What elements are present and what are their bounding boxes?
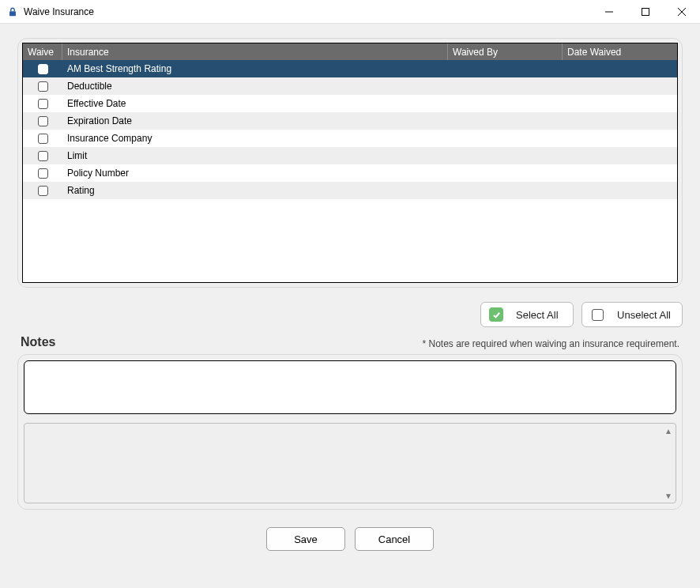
table-row[interactable]: Deductible <box>23 77 677 95</box>
notes-header: Notes * Notes are required when waiving … <box>17 335 683 349</box>
row-checkbox-cell[interactable] <box>23 182 62 199</box>
row-insurance-cell: Policy Number <box>62 164 448 182</box>
close-button[interactable] <box>664 0 700 24</box>
svg-rect-0 <box>9 11 16 16</box>
row-checkbox-cell[interactable] <box>23 112 62 130</box>
window-title: Waive Insurance <box>24 6 591 17</box>
insurance-table-group: Waive Insurance Waived By Date Waived AM… <box>17 38 683 288</box>
unchecked-box-icon <box>590 307 604 322</box>
table-row[interactable]: Expiration Date <box>23 112 677 130</box>
insurance-table: Waive Insurance Waived By Date Waived AM… <box>22 43 678 283</box>
row-checkbox-cell[interactable] <box>23 60 62 77</box>
scroll-down-icon[interactable]: ▼ <box>663 490 674 501</box>
table-row[interactable]: Rating <box>23 182 677 199</box>
minimize-button[interactable] <box>591 0 627 24</box>
row-waived-by-cell <box>448 60 563 77</box>
row-checkbox-cell[interactable] <box>23 95 62 112</box>
notes-title: Notes <box>21 335 55 349</box>
save-button[interactable]: Save <box>266 527 345 551</box>
row-checkbox-cell[interactable] <box>23 130 62 147</box>
table-row[interactable]: Limit <box>23 147 677 164</box>
header-date-waived[interactable]: Date Waived <box>563 43 677 60</box>
table-row[interactable]: Policy Number <box>23 164 677 182</box>
row-waived-by-cell <box>448 164 563 182</box>
footer-buttons: Save Cancel <box>17 527 683 551</box>
checkbox-icon[interactable] <box>38 151 48 161</box>
row-date-waived-cell <box>563 130 677 147</box>
row-date-waived-cell <box>563 147 677 164</box>
scroll-up-icon[interactable]: ▲ <box>663 425 674 436</box>
checkbox-icon[interactable] <box>38 186 48 196</box>
table-row[interactable]: AM Best Strength Rating <box>23 60 677 77</box>
row-insurance-cell: Expiration Date <box>62 112 448 130</box>
row-insurance-cell: AM Best Strength Rating <box>62 60 448 77</box>
title-bar: Waive Insurance <box>0 0 700 24</box>
checkbox-icon[interactable] <box>38 134 48 144</box>
row-waived-by-cell <box>448 95 563 112</box>
row-insurance-cell: Deductible <box>62 77 448 95</box>
checkbox-icon[interactable] <box>38 168 48 179</box>
row-waived-by-cell <box>448 182 563 199</box>
header-waived-by[interactable]: Waived By <box>448 43 563 60</box>
notes-hint: * Notes are required when waiving an ins… <box>422 338 679 349</box>
row-waived-by-cell <box>448 130 563 147</box>
table-body: AM Best Strength RatingDeductibleEffecti… <box>23 60 677 282</box>
header-insurance[interactable]: Insurance <box>62 43 448 60</box>
row-waived-by-cell <box>448 147 563 164</box>
row-insurance-cell: Effective Date <box>62 95 448 112</box>
row-checkbox-cell[interactable] <box>23 77 62 95</box>
row-insurance-cell: Insurance Company <box>62 130 448 147</box>
table-row[interactable]: Insurance Company <box>23 130 677 147</box>
notes-group: ▲ ▼ <box>17 354 683 510</box>
window-controls <box>591 0 700 24</box>
unselect-all-label: Unselect All <box>617 309 671 321</box>
notes-input[interactable] <box>24 360 676 414</box>
checkbox-icon[interactable] <box>38 81 48 92</box>
row-date-waived-cell <box>563 112 677 130</box>
row-date-waived-cell <box>563 95 677 112</box>
checkmark-icon <box>489 307 503 322</box>
unselect-all-button[interactable]: Unselect All <box>581 302 683 327</box>
table-header: Waive Insurance Waived By Date Waived <box>23 43 677 60</box>
select-all-button[interactable]: Select All <box>480 302 574 327</box>
row-date-waived-cell <box>563 77 677 95</box>
row-waived-by-cell <box>448 112 563 130</box>
maximize-button[interactable] <box>627 0 664 24</box>
row-insurance-cell: Limit <box>62 147 448 164</box>
checkbox-icon[interactable] <box>38 64 48 74</box>
table-row[interactable]: Effective Date <box>23 95 677 112</box>
checkbox-icon[interactable] <box>38 99 48 109</box>
selection-buttons: Select All Unselect All <box>17 302 683 327</box>
svg-rect-2 <box>642 8 649 15</box>
row-date-waived-cell <box>563 164 677 182</box>
row-insurance-cell: Rating <box>62 182 448 199</box>
header-waive[interactable]: Waive <box>23 43 62 60</box>
select-all-label: Select All <box>516 309 558 321</box>
row-checkbox-cell[interactable] <box>23 164 62 182</box>
lock-icon <box>6 6 19 18</box>
row-date-waived-cell <box>563 182 677 199</box>
cancel-button[interactable]: Cancel <box>355 527 434 551</box>
checkbox-icon[interactable] <box>38 116 48 126</box>
notes-history[interactable]: ▲ ▼ <box>24 423 676 503</box>
row-checkbox-cell[interactable] <box>23 147 62 164</box>
row-date-waived-cell <box>563 60 677 77</box>
row-waived-by-cell <box>448 77 563 95</box>
